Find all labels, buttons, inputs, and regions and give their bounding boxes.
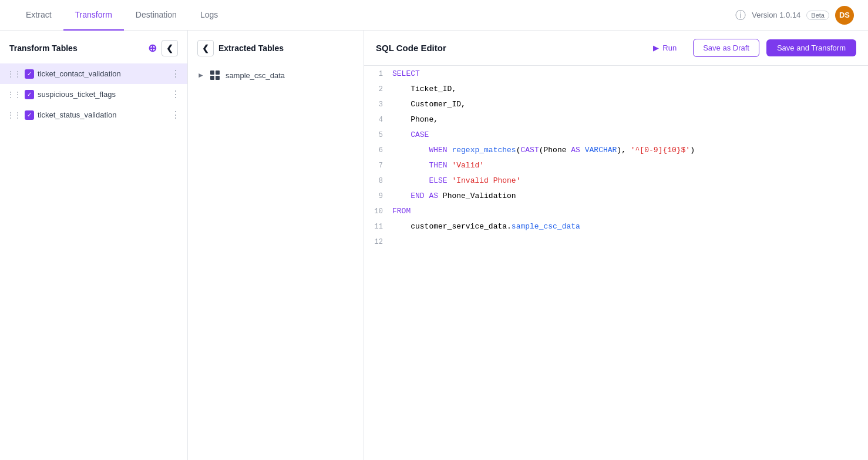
beta-badge: Beta xyxy=(806,11,829,20)
top-nav: Extract Transform Destination Logs ⓘ Ver… xyxy=(0,0,868,31)
svg-rect-0 xyxy=(210,70,214,75)
line-content: SELECT xyxy=(392,66,868,81)
code-line: 6 WHEN regexp_matches(CAST(Phone AS VARC… xyxy=(364,142,868,157)
line-number: 7 xyxy=(364,157,392,173)
item-label: ticket_status_validation xyxy=(38,110,167,119)
code-line: 8 ELSE 'Invalid Phone' xyxy=(364,173,868,188)
line-number: 2 xyxy=(364,81,392,96)
help-icon[interactable]: ⓘ xyxy=(735,8,746,22)
avatar: DS xyxy=(835,6,854,25)
code-line: 5 CASE xyxy=(364,127,868,142)
line-number: 10 xyxy=(364,203,392,219)
code-line: 3 Customer_ID, xyxy=(364,96,868,112)
code-line: 9 END AS Phone_Validation xyxy=(364,188,868,203)
item-menu-icon[interactable]: ⋮ xyxy=(171,89,180,100)
collapse-transform-btn[interactable]: ❮ xyxy=(162,40,178,56)
extracted-table-item[interactable]: ► sample_csc_data xyxy=(188,63,364,87)
code-line: 1 SELECT xyxy=(364,66,868,81)
checkbox-checked[interactable] xyxy=(25,90,34,99)
table-item[interactable]: ⋮⋮ suspicious_ticket_flags ⋮ xyxy=(0,84,187,105)
code-line: 2 Ticket_ID, xyxy=(364,81,868,96)
extracted-panel: ❮ Extracted Tables ► sample_csc_data xyxy=(188,31,364,460)
tab-logs[interactable]: Logs xyxy=(189,0,230,31)
line-content: WHEN regexp_matches(CAST(Phone AS VARCHA… xyxy=(392,142,868,157)
save-draft-button[interactable]: Save as Draft xyxy=(693,39,759,57)
extracted-header: ❮ Extracted Tables xyxy=(188,31,364,63)
transform-panel: Transform Tables ⊕ ❮ ⋮⋮ ticket_contact_v… xyxy=(0,31,188,460)
line-content: FROM xyxy=(392,203,868,219)
panel-header-actions: ⊕ ❮ xyxy=(148,40,178,56)
line-content: THEN 'Valid' xyxy=(392,157,868,173)
svg-rect-2 xyxy=(210,76,214,80)
code-editor[interactable]: 1 SELECT 2 Ticket_ID, 3 Customer_ID, 4 P… xyxy=(364,66,868,460)
drag-handle-icon: ⋮⋮ xyxy=(7,111,21,119)
save-transform-button[interactable]: Save and Transform xyxy=(766,39,856,56)
line-number: 9 xyxy=(364,188,392,203)
chevron-left-icon: ❮ xyxy=(202,43,209,53)
code-line: 10 FROM xyxy=(364,203,868,219)
code-line: 7 THEN 'Valid' xyxy=(364,157,868,173)
drag-handle-icon: ⋮⋮ xyxy=(7,70,21,78)
item-menu-icon[interactable]: ⋮ xyxy=(171,68,180,79)
line-content: customer_service_data.sample_csc_data xyxy=(392,219,868,234)
table-item[interactable]: ⋮⋮ ticket_status_validation ⋮ xyxy=(0,105,187,125)
tab-destination[interactable]: Destination xyxy=(124,0,189,31)
line-number: 11 xyxy=(364,219,392,234)
item-menu-icon[interactable]: ⋮ xyxy=(171,109,180,120)
extracted-panel-title: Extracted Tables xyxy=(218,43,284,53)
line-number: 1 xyxy=(364,66,392,81)
code-line: 4 Phone, xyxy=(364,112,868,127)
line-content: END AS Phone_Validation xyxy=(392,188,868,203)
line-number: 4 xyxy=(364,112,392,127)
line-number: 8 xyxy=(364,173,392,188)
drag-handle-icon: ⋮⋮ xyxy=(7,90,21,99)
tab-extract[interactable]: Extract xyxy=(14,0,63,31)
version-text: Version 1.0.14 xyxy=(752,11,800,19)
run-button[interactable]: ▶ Run xyxy=(644,39,686,56)
line-content: Customer_ID, xyxy=(392,96,868,112)
line-number: 3 xyxy=(364,96,392,112)
item-label: ticket_contact_validation xyxy=(38,69,167,78)
chevron-left-icon: ❮ xyxy=(166,43,173,53)
editor-header: SQL Code Editor ▶ Run Save as Draft Save… xyxy=(364,31,868,66)
checkbox-checked[interactable] xyxy=(25,69,34,79)
play-icon: ▶ xyxy=(653,43,659,52)
code-line: 11 customer_service_data.sample_csc_data xyxy=(364,219,868,234)
item-label: suspicious_ticket_flags xyxy=(38,90,167,99)
line-number: 12 xyxy=(364,234,392,249)
line-content: Phone, xyxy=(392,112,868,127)
transform-panel-title: Transform Tables xyxy=(9,43,78,53)
line-number: 6 xyxy=(364,142,392,157)
tab-transform[interactable]: Transform xyxy=(63,0,124,31)
editor-title: SQL Code Editor xyxy=(376,43,637,53)
line-content xyxy=(392,234,868,249)
main-layout: Transform Tables ⊕ ❮ ⋮⋮ ticket_contact_v… xyxy=(0,31,868,460)
line-content: CASE xyxy=(392,127,868,142)
table-item[interactable]: ⋮⋮ ticket_contact_validation ⋮ xyxy=(0,63,187,84)
add-table-icon[interactable]: ⊕ xyxy=(148,42,157,55)
nav-right: ⓘ Version 1.0.14 Beta DS xyxy=(735,6,854,25)
extracted-table-label: sample_csc_data xyxy=(226,71,285,80)
editor-panel: SQL Code Editor ▶ Run Save as Draft Save… xyxy=(364,31,868,460)
chevron-right-icon: ► xyxy=(197,71,204,79)
line-content: Ticket_ID, xyxy=(392,81,868,96)
collapse-extracted-btn[interactable]: ❮ xyxy=(197,40,214,56)
code-line: 12 xyxy=(364,234,868,249)
svg-rect-3 xyxy=(216,76,220,80)
transform-panel-header: Transform Tables ⊕ ❮ xyxy=(0,31,187,63)
line-number: 5 xyxy=(364,127,392,142)
line-content: ELSE 'Invalid Phone' xyxy=(392,173,868,188)
table-grid-icon xyxy=(209,69,221,81)
svg-rect-1 xyxy=(216,70,220,75)
checkbox-checked[interactable] xyxy=(25,110,34,120)
